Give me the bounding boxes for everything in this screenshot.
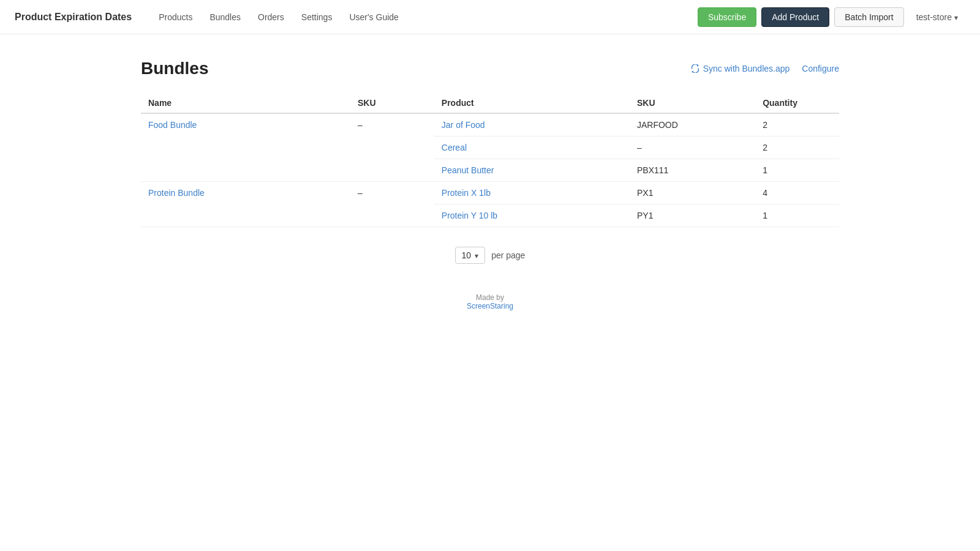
product-name-link[interactable]: Cereal <box>442 143 467 152</box>
store-selector[interactable]: test-store <box>909 9 965 26</box>
product-name-cell: Protein X 1lb <box>434 182 630 204</box>
store-name: test-store <box>916 12 952 22</box>
product-name-cell: Cereal <box>434 137 630 159</box>
col-product-sku: SKU <box>630 93 755 113</box>
per-page-label: per page <box>491 250 525 260</box>
navbar: Product Expiration Dates Products Bundle… <box>0 0 980 34</box>
app-brand: Product Expiration Dates <box>15 12 132 23</box>
product-name-cell: Protein Y 10 lb <box>434 204 630 227</box>
page-actions: Sync with Bundles.app Configure <box>691 64 839 73</box>
nav-bundles[interactable]: Bundles <box>202 9 248 26</box>
made-by-label: Made by <box>141 293 839 302</box>
bundle-sku-cell: – <box>350 113 434 182</box>
bundle-name-link[interactable]: Food Bundle <box>148 120 197 130</box>
col-bundle-sku: SKU <box>350 93 434 113</box>
product-sku-cell: PY1 <box>630 204 755 227</box>
nav-settings[interactable]: Settings <box>294 9 340 26</box>
col-name: Name <box>141 93 350 113</box>
quantity-cell: 1 <box>755 204 839 227</box>
product-sku-cell: – <box>630 137 755 159</box>
sync-label: Sync with Bundles.app <box>703 64 790 73</box>
chevron-down-icon <box>954 12 958 22</box>
bundles-table: Name SKU Product SKU Quantity Food Bundl… <box>141 93 839 227</box>
nav-orders[interactable]: Orders <box>251 9 292 26</box>
sync-bundles-link[interactable]: Sync with Bundles.app <box>691 64 790 73</box>
product-sku-cell: JARFOOD <box>630 113 755 137</box>
col-product: Product <box>434 93 630 113</box>
bundle-name-link[interactable]: Protein Bundle <box>148 188 205 198</box>
configure-link[interactable]: Configure <box>802 64 839 73</box>
per-page-select[interactable]: 10 <box>455 247 486 264</box>
bundle-name-cell: Food Bundle <box>141 113 350 182</box>
nav-products[interactable]: Products <box>151 9 200 26</box>
add-product-button[interactable]: Add Product <box>761 7 829 27</box>
product-name-link[interactable]: Protein Y 10 lb <box>442 211 497 220</box>
table-row: Protein Bundle–Protein X 1lbPX14 <box>141 182 839 204</box>
bundle-name-cell: Protein Bundle <box>141 182 350 227</box>
quantity-cell: 2 <box>755 113 839 137</box>
quantity-cell: 2 <box>755 137 839 159</box>
sync-icon <box>691 64 699 73</box>
table-header: Name SKU Product SKU Quantity <box>141 93 839 113</box>
table-row: Food Bundle–Jar of FoodJARFOOD2 <box>141 113 839 137</box>
product-sku-cell: PX1 <box>630 182 755 204</box>
product-sku-cell: PBX111 <box>630 159 755 182</box>
per-page-value: 10 <box>462 250 472 260</box>
main-content: Bundles Sync with Bundles.app Configure … <box>92 34 888 335</box>
bundle-sku-cell: – <box>350 182 434 227</box>
table-body: Food Bundle–Jar of FoodJARFOOD2Cereal–2P… <box>141 113 839 227</box>
product-name-link[interactable]: Protein X 1lb <box>442 188 491 198</box>
page-title: Bundles <box>141 59 208 78</box>
col-quantity: Quantity <box>755 93 839 113</box>
product-name-cell: Jar of Food <box>434 113 630 137</box>
pagination-row: 10 per page <box>141 247 839 264</box>
footer: Made by ScreenStaring <box>141 293 839 310</box>
nav-guide[interactable]: User's Guide <box>342 9 405 26</box>
page-header: Bundles Sync with Bundles.app Configure <box>141 59 839 78</box>
product-name-link[interactable]: Peanut Butter <box>442 165 494 175</box>
per-page-chevron-icon <box>475 250 478 260</box>
quantity-cell: 1 <box>755 159 839 182</box>
nav-links: Products Bundles Orders Settings User's … <box>151 9 698 26</box>
batch-import-button[interactable]: Batch Import <box>834 7 903 27</box>
subscribe-button[interactable]: Subscribe <box>698 7 756 27</box>
product-name-link[interactable]: Jar of Food <box>442 120 485 130</box>
product-name-cell: Peanut Butter <box>434 159 630 182</box>
navbar-actions: Subscribe Add Product Batch Import test-… <box>698 7 965 27</box>
quantity-cell: 4 <box>755 182 839 204</box>
company-link[interactable]: ScreenStaring <box>467 302 513 310</box>
